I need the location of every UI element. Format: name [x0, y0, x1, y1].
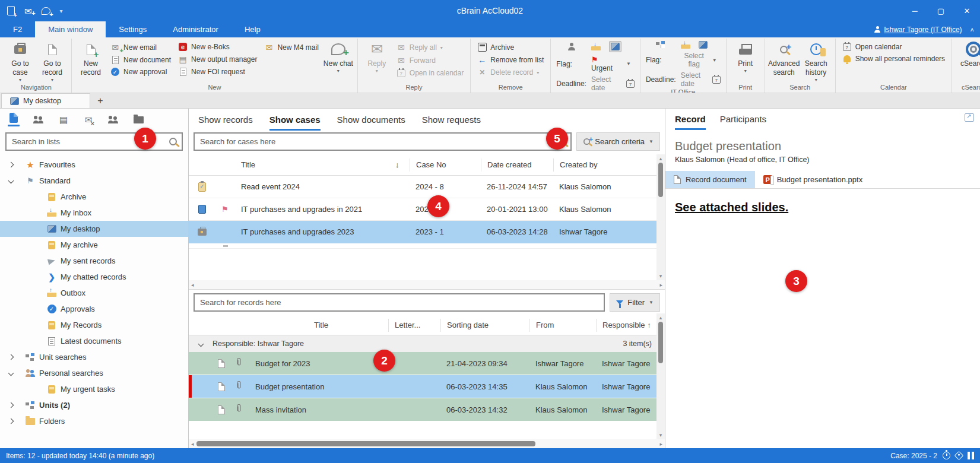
open-calendar-button[interactable]: 7Open calendar — [842, 43, 945, 51]
sidebar-contacts-view-icon[interactable] — [107, 116, 120, 123]
scroll-down-icon[interactable]: ▾ — [659, 431, 662, 439]
records-col-from[interactable]: From — [529, 319, 596, 332]
tab-show-requests[interactable]: Show requests — [422, 109, 481, 131]
tree-item-unit-searches[interactable]: Unit searches — [0, 349, 188, 365]
me-deadline-value[interactable]: Select date — [591, 75, 621, 92]
csearch-button[interactable]: cSearch — [955, 39, 980, 68]
filter-button[interactable]: Filter ▼ — [610, 293, 660, 312]
search-criteria-button[interactable]: Search criteria ▼ — [576, 132, 660, 151]
tab-participants[interactable]: Participants — [720, 114, 766, 130]
scroll-down-icon[interactable]: ▾ — [659, 272, 662, 280]
quick-new-record-icon[interactable] — [7, 6, 15, 15]
new-document-button[interactable]: New document — [110, 56, 171, 64]
new-record-button[interactable]: + New record — [75, 39, 107, 77]
me-flag-value[interactable]: ⚑ Urgent — [591, 55, 621, 72]
case-search-input[interactable] — [195, 137, 553, 146]
it-office-deadline-calendar-icon[interactable]: 7 — [712, 76, 721, 84]
stopwatch-icon[interactable] — [943, 452, 950, 459]
tab-record-document[interactable]: Record document — [665, 171, 755, 188]
tree-item-archive[interactable]: Archive — [0, 189, 188, 205]
tree-item-my-sent-records[interactable]: My sent records — [0, 253, 188, 269]
tab-show-records[interactable]: Show records — [198, 109, 253, 131]
tab-administrator[interactable]: Administrator — [160, 21, 231, 37]
delete-record-button[interactable]: ✕Delete record▾ — [477, 68, 544, 77]
tree-item-units[interactable]: Units (2) — [0, 397, 188, 413]
tab-attachment-pptx[interactable]: P Budget presentation.pptx — [755, 171, 871, 188]
open-in-calendar-button[interactable]: 7Open in calendar — [397, 69, 464, 77]
cases-col-created-by[interactable]: Created by — [553, 158, 626, 172]
tab-show-cases[interactable]: Show cases — [269, 109, 321, 131]
cases-col-title[interactable]: Title — [235, 158, 395, 172]
sidebar-folders-view-icon[interactable] — [132, 116, 145, 123]
cases-col-date-created[interactable]: Date created — [481, 158, 553, 172]
remove-from-list-button[interactable]: ←Remove from list — [477, 55, 544, 65]
expand-panel-icon[interactable] — [965, 113, 974, 122]
advanced-search-button[interactable]: Advanced search — [768, 39, 800, 77]
cases-horizontal-scrollbar[interactable]: ◂ ▸ — [189, 280, 665, 289]
me-flag-dropdown-icon[interactable]: ▼ — [626, 61, 635, 66]
records-vertical-scrollbar[interactable]: ▴ ▾ — [656, 313, 665, 439]
sort-desc-icon[interactable]: ↓ — [395, 160, 410, 169]
forward-button[interactable]: ✉Forward — [397, 56, 464, 65]
tag-icon[interactable] — [954, 451, 964, 461]
case-row-it-purchases-2023[interactable]: IT purchases and upgrades 2023 2023 - 1 … — [189, 221, 665, 243]
scroll-left-icon[interactable]: ◂ — [191, 440, 194, 448]
new-tab-button[interactable]: + — [90, 93, 110, 108]
reply-all-button[interactable]: ✉Reply all▾ — [397, 43, 464, 52]
maximize-button[interactable]: ▢ — [928, 0, 954, 21]
case-row-it-purchases-2021[interactable]: ⚑ IT purchases and upgrades in 2021 2021… — [189, 198, 665, 221]
tree-item-my-chatted-records[interactable]: ❯My chatted records — [0, 269, 188, 285]
tree-item-personal-searches[interactable]: Personal searches — [0, 365, 188, 381]
quick-new-email-icon[interactable]: ✉ — [24, 7, 32, 15]
search-history-button[interactable]: Search history▾ — [800, 39, 832, 83]
records-col-title[interactable]: Title — [248, 319, 388, 332]
tree-item-latest-documents[interactable]: Latest documents — [0, 333, 188, 349]
tree-item-my-archive[interactable]: My archive — [0, 237, 188, 253]
sidebar-mail-view-icon[interactable]: ✉ — [82, 115, 95, 125]
tab-my-desktop[interactable]: My desktop — [1, 93, 90, 108]
close-button[interactable]: ✕ — [954, 0, 980, 21]
tab-f2[interactable]: F2 — [0, 21, 35, 37]
records-col-responsible[interactable]: Responsible ↑ — [596, 319, 656, 332]
collapse-ribbon-icon[interactable]: ˄ — [971, 26, 974, 33]
case-row-read-event-2024[interactable]: Read event 2024 2024 - 8 26-11-2024 14:5… — [189, 176, 665, 198]
tree-item-my-desktop[interactable]: My desktop — [0, 221, 188, 237]
tab-main-window[interactable]: Main window — [35, 21, 106, 37]
it-office-flag-dropdown-icon[interactable]: ▼ — [712, 58, 721, 63]
new-foi-request-button[interactable]: New FOI request — [178, 68, 257, 76]
new-chat-button[interactable]: New chat▾ — [322, 39, 354, 74]
tree-item-my-inbox[interactable]: My inbox — [0, 205, 188, 221]
new-eboks-button[interactable]: eNew e-Boks — [178, 43, 257, 51]
me-deadline-calendar-icon[interactable]: 7 — [626, 80, 635, 88]
cases-col-case-no[interactable]: Case No — [410, 158, 481, 172]
record-row-budget-for-2023[interactable]: Budget for 2023 21-04-2023 09:34 Ishwar … — [189, 352, 665, 375]
record-row-budget-presentation[interactable]: Budget presentation 06-03-2023 14:35 Kla… — [189, 375, 665, 398]
tab-record[interactable]: Record — [675, 114, 706, 130]
it-office-desktop-icon[interactable] — [699, 41, 708, 49]
scroll-right-icon[interactable]: ▸ — [659, 440, 662, 448]
scroll-up-icon[interactable]: ▴ — [659, 154, 662, 163]
tab-help[interactable]: Help — [231, 21, 274, 37]
minimize-button[interactable]: ─ — [902, 0, 928, 21]
scroll-left-icon[interactable]: ◂ — [191, 281, 194, 289]
tree-item-my-records[interactable]: My Records — [0, 317, 188, 333]
sidebar-list-view-icon[interactable]: ▤ — [57, 115, 70, 125]
print-button[interactable]: Print▾ — [730, 39, 762, 74]
new-m4-mail-button[interactable]: ✉New M4 mail — [264, 43, 318, 52]
current-user-link[interactable]: Ishwar Tagore (IT Office) — [874, 26, 962, 34]
me-inbox-icon[interactable] — [591, 43, 601, 50]
sidebar-records-view-icon[interactable] — [7, 113, 20, 126]
quick-new-chat-icon[interactable] — [42, 7, 50, 15]
scroll-up-icon[interactable]: ▴ — [659, 313, 662, 322]
tree-item-approvals[interactable]: ✓Approvals — [0, 301, 188, 317]
tab-show-documents[interactable]: Show documents — [337, 109, 405, 131]
tree-item-standard[interactable]: ⚑Standard — [0, 173, 188, 189]
tree-item-my-urgent-tasks[interactable]: My urgent tasks — [0, 381, 188, 397]
show-reminders-button[interactable]: Show all personal reminders — [842, 55, 945, 63]
go-to-record-button[interactable]: Go to record▾ — [36, 39, 68, 83]
new-approval-button[interactable]: ✓New approval — [110, 68, 171, 76]
tree-item-outbox[interactable]: Outbox — [0, 285, 188, 301]
new-email-button[interactable]: ✉New email — [110, 43, 171, 52]
tab-settings[interactable]: Settings — [106, 21, 160, 37]
tree-item-favourites[interactable]: ★Favourites — [0, 157, 188, 173]
